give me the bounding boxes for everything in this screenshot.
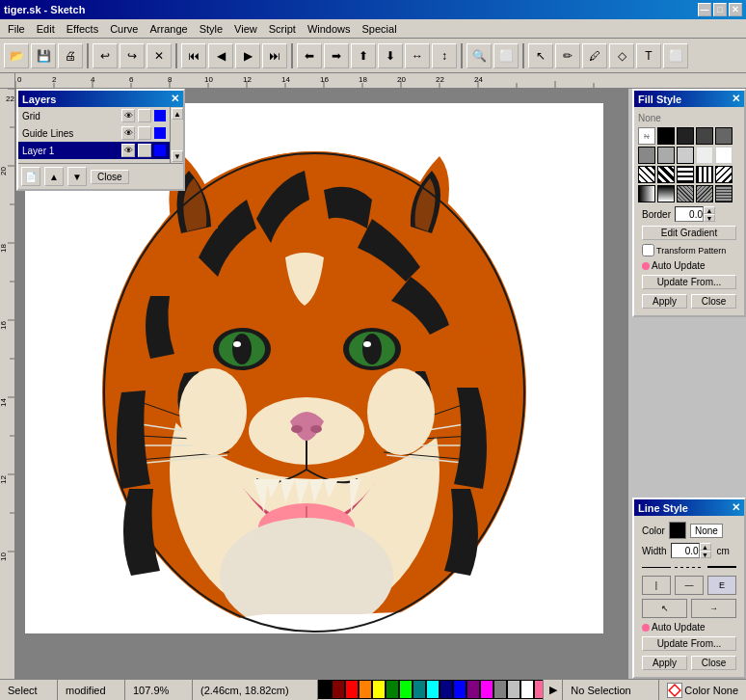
fill-swatch-d1[interactable] — [677, 127, 694, 145]
layer-row-grid[interactable]: Grid 👁 — [18, 107, 170, 124]
menu-view[interactable]: View — [228, 21, 263, 37]
layer-1-eye[interactable]: 👁 — [121, 144, 135, 157]
draw-button[interactable]: ✏ — [555, 43, 580, 68]
menu-special[interactable]: Special — [357, 21, 403, 37]
fill-swatch-p3[interactable] — [677, 166, 694, 183]
line-color-swatch[interactable] — [669, 522, 686, 539]
border-down-arrow[interactable]: ▼ — [704, 214, 715, 222]
line-close-button[interactable]: Close — [691, 656, 736, 670]
arrow-style-2[interactable]: → — [691, 599, 736, 618]
edit-gradient-button[interactable]: Edit Gradient — [642, 226, 736, 240]
zoom-box-button[interactable]: ⬜ — [493, 43, 519, 68]
line-style-close-button[interactable]: ✕ — [732, 501, 740, 514]
update-from-line-button[interactable]: Update From... — [642, 636, 736, 651]
update-from-fill-button[interactable]: Update From... — [642, 275, 736, 289]
fill-swatch-p4[interactable] — [696, 166, 713, 183]
last-button[interactable]: ⏭ — [262, 43, 287, 68]
undo-button[interactable]: ↩ — [93, 43, 118, 68]
fill-swatch-g1[interactable] — [638, 185, 655, 202]
redo-button[interactable]: ↪ — [120, 43, 145, 68]
shape-button[interactable]: ◇ — [609, 43, 634, 68]
fill-swatch-p5[interactable] — [715, 166, 733, 183]
layer-row-guide[interactable]: Guide Lines 👁 — [18, 124, 170, 142]
menu-arrange[interactable]: Arrange — [144, 21, 193, 37]
layer-down-button[interactable]: ▼ — [67, 167, 87, 186]
palette-scroll-right[interactable]: ▶ — [543, 680, 562, 700]
layer-row-1[interactable]: Layer 1 👁 — [18, 142, 170, 159]
fill-swatch-p2[interactable] — [657, 166, 675, 183]
palette-color-swatch[interactable] — [534, 680, 543, 699]
menu-windows[interactable]: Windows — [302, 21, 357, 37]
text-button[interactable]: T — [636, 43, 661, 68]
line-width-down-arrow[interactable]: ▼ — [700, 551, 711, 558]
border-input[interactable] — [675, 206, 704, 222]
align-right-button[interactable]: ➡ — [324, 43, 349, 68]
fill-swatch-d2[interactable] — [696, 127, 713, 145]
palette-color-swatch[interactable] — [493, 680, 507, 699]
menu-effects[interactable]: Effects — [61, 21, 104, 37]
border-up-arrow[interactable]: ▲ — [704, 206, 715, 214]
layer-up-button[interactable]: ▲ — [44, 167, 64, 186]
extra-button[interactable]: ⬜ — [663, 43, 688, 68]
line-preview-1[interactable] — [642, 562, 671, 572]
align-6-button[interactable]: ↕ — [432, 43, 457, 68]
palette-color-swatch[interactable] — [520, 680, 534, 699]
fill-swatch-g2[interactable] — [657, 185, 675, 202]
fill-swatch-p1[interactable] — [638, 166, 655, 183]
line-width-input[interactable] — [671, 543, 700, 558]
delete-button[interactable]: ✕ — [147, 43, 172, 68]
fill-swatch-l4[interactable] — [696, 147, 713, 164]
fill-swatch-l3[interactable] — [677, 147, 694, 164]
layer-guide-lock[interactable] — [138, 126, 151, 140]
first-button[interactable]: ⏮ — [181, 43, 206, 68]
cap-style-3[interactable]: E — [707, 576, 736, 595]
fill-swatch-white[interactable] — [715, 147, 733, 164]
palette-color-swatch[interactable] — [426, 680, 440, 699]
line-color-dropdown[interactable]: None — [690, 524, 723, 538]
align-4-button[interactable]: ⬇ — [378, 43, 403, 68]
line-width-spinbox[interactable]: ▲ ▼ — [671, 543, 711, 558]
fill-style-close-button[interactable]: ✕ — [732, 93, 740, 105]
menu-script[interactable]: Script — [263, 21, 302, 37]
close-button[interactable]: ✕ — [729, 3, 742, 16]
menu-edit[interactable]: Edit — [31, 21, 61, 37]
palette-color-swatch[interactable] — [386, 680, 399, 699]
fill-swatch-d3[interactable] — [715, 127, 733, 145]
layer-add-button[interactable]: 📄 — [21, 167, 40, 186]
menu-style[interactable]: Style — [194, 21, 228, 37]
layer-1-lock[interactable] — [138, 144, 151, 157]
arrow-style-1[interactable]: ↖ — [642, 599, 687, 618]
fill-swatch-g4[interactable] — [696, 185, 713, 202]
layers-scrollbar[interactable]: ▲ ▼ — [170, 107, 183, 163]
save-button[interactable]: 💾 — [31, 43, 56, 68]
next-button[interactable]: ▶ — [235, 43, 260, 68]
fill-swatch-g5[interactable] — [715, 185, 733, 202]
prev-button[interactable]: ◀ — [208, 43, 233, 68]
line-apply-button[interactable]: Apply — [642, 656, 687, 670]
cap-style-2[interactable]: — — [675, 576, 704, 595]
fill-swatch-l2[interactable] — [657, 147, 675, 164]
palette-color-swatch[interactable] — [413, 680, 426, 699]
palette-color-swatch[interactable] — [332, 680, 345, 699]
palette-color-swatch[interactable] — [372, 680, 386, 699]
palette-color-swatch[interactable] — [345, 680, 359, 699]
line-preview-3[interactable] — [707, 562, 736, 572]
line-width-up-arrow[interactable]: ▲ — [700, 543, 711, 551]
line-preview-2[interactable] — [675, 562, 704, 572]
pen-button[interactable]: 🖊 — [582, 43, 607, 68]
palette-color-swatch[interactable] — [359, 680, 372, 699]
palette-color-swatch[interactable] — [453, 680, 466, 699]
align-left-button[interactable]: ⬅ — [297, 43, 322, 68]
transform-pattern-checkbox[interactable] — [642, 244, 654, 256]
align-3-button[interactable]: ⬆ — [351, 43, 376, 68]
layer-guide-eye[interactable]: 👁 — [121, 126, 135, 140]
fill-close-button[interactable]: Close — [691, 294, 736, 309]
palette-color-swatch[interactable] — [399, 680, 413, 699]
menu-curve[interactable]: Curve — [104, 21, 144, 37]
palette-color-swatch[interactable] — [507, 680, 520, 699]
palette-color-swatch[interactable] — [480, 680, 493, 699]
fill-swatch-none[interactable]: N — [638, 127, 655, 145]
border-spinbox[interactable]: ▲ ▼ — [675, 206, 715, 222]
scroll-down-button[interactable]: ▼ — [172, 150, 183, 162]
menu-file[interactable]: File — [2, 21, 31, 37]
